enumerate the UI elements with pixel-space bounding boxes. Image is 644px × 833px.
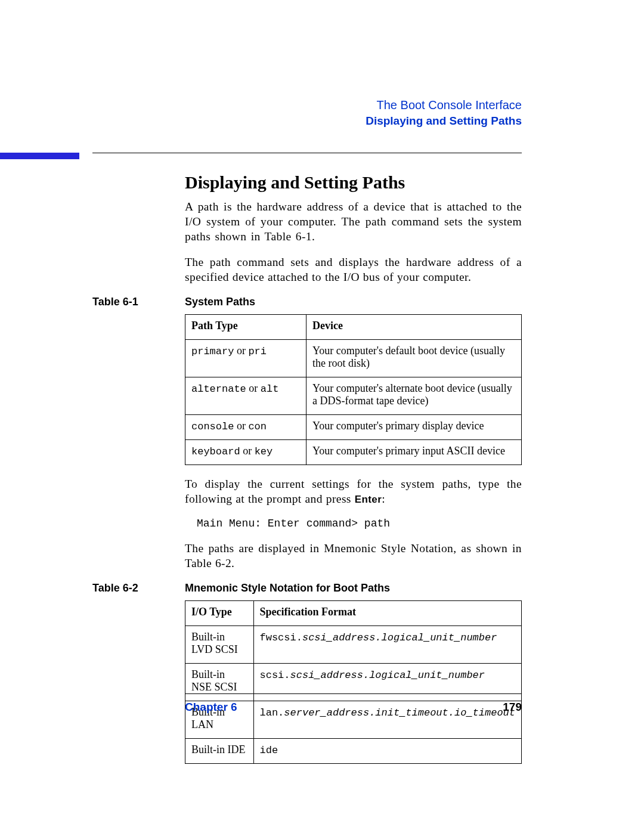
cell-device: Your computer's alternate boot device (u… (306, 377, 522, 414)
cell-device: Your computer's primary input ASCII devi… (306, 439, 522, 465)
horizontal-rule (92, 153, 522, 153)
cell-io-type: Built-in NSE SCSI (185, 663, 254, 701)
paragraph-intro: A path is the hardware address of a devi… (185, 200, 522, 244)
cell-path-type: primary or pri (185, 339, 306, 377)
cell-path-type: alternate or alt (185, 377, 306, 414)
col-io-type: I/O Type (185, 600, 254, 625)
table1-caption: System Paths (185, 296, 522, 308)
table-mnemonic-notation: I/O Type Specification Format Built-in L… (185, 600, 522, 764)
running-header: The Boot Console Interface Displaying an… (92, 98, 522, 128)
paragraph-description: The path command sets and displays the h… (185, 255, 522, 285)
table-system-paths: Path Type Device primary or pri Your com… (185, 314, 522, 465)
table-row: Built-in IDE ide (185, 738, 522, 763)
col-path-type: Path Type (185, 314, 306, 339)
table-row: primary or pri Your computer's default b… (185, 339, 522, 377)
table-header-row: I/O Type Specification Format (185, 600, 522, 625)
table2-number: Table 6-2 (92, 582, 185, 594)
cell-spec-format: ide (253, 738, 521, 763)
cell-device: Your computer's default boot device (usu… (306, 339, 522, 377)
paragraph-instruction: To display the current settings for the … (185, 477, 522, 507)
cell-spec-format: fwscsi.scsi_address.logical_unit_number (253, 625, 521, 663)
cell-io-type: Built-in IDE (185, 738, 254, 763)
col-device: Device (306, 314, 522, 339)
table1-label: Table 6-1 System Paths (92, 296, 522, 308)
table-row: keyboard or key Your computer's primary … (185, 439, 522, 465)
page-footer: Chapter 6 179 (185, 701, 522, 714)
cell-device: Your computer's primary display device (306, 414, 522, 439)
footer-rule (185, 693, 522, 694)
table-row: console or con Your computer's primary d… (185, 414, 522, 439)
table2-label: Table 6-2 Mnemonic Style Notation for Bo… (92, 582, 522, 594)
cell-path-type: console or con (185, 414, 306, 439)
command-prompt: Main Menu: Enter command> path (197, 518, 522, 529)
table-row: alternate or alt Your computer's alterna… (185, 377, 522, 414)
cell-path-type: keyboard or key (185, 439, 306, 465)
page-heading: Displaying and Setting Paths (185, 172, 522, 193)
table1-number: Table 6-1 (92, 296, 185, 308)
paragraph-notation: The paths are displayed in Mnemonic Styl… (185, 541, 522, 571)
blue-accent-bar (0, 153, 79, 159)
section-title: Displaying and Setting Paths (92, 114, 522, 128)
cell-spec-format: scsi.scsi_address.logical_unit_number (253, 663, 521, 701)
enter-key: Enter (355, 494, 382, 505)
section-rule (0, 153, 522, 159)
table-row: Built-in LVD SCSI fwscsi.scsi_address.lo… (185, 625, 522, 663)
cell-io-type: Built-in LVD SCSI (185, 625, 254, 663)
table2-caption: Mnemonic Style Notation for Boot Paths (185, 582, 522, 594)
footer-page-number: 179 (503, 701, 522, 714)
chapter-title: The Boot Console Interface (92, 98, 522, 112)
col-spec-format: Specification Format (253, 600, 521, 625)
footer-chapter: Chapter 6 (185, 701, 237, 714)
table-row: Built-in NSE SCSI scsi.scsi_address.logi… (185, 663, 522, 701)
table-header-row: Path Type Device (185, 314, 522, 339)
